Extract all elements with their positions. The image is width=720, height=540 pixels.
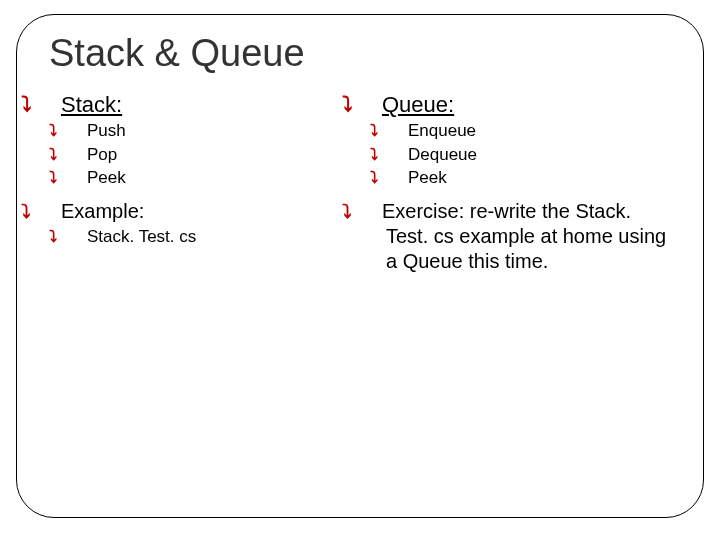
bullet-icon: ⤵ <box>69 226 87 246</box>
bullet-icon: ⤵ <box>390 167 408 187</box>
list-item: ⤵Pop <box>69 144 354 165</box>
heading-text: Queue: <box>382 92 454 117</box>
bullet-icon: ⤵ <box>43 92 61 118</box>
example-heading: ⤵Example: <box>43 199 354 224</box>
heading-text: Example: <box>61 200 144 222</box>
heading-text: Stack: <box>61 92 122 117</box>
bullet-icon: ⤵ <box>69 167 87 187</box>
item-text: Exercise: re-write the Stack. Test. cs e… <box>382 200 666 272</box>
item-text: Enqueue <box>408 121 476 140</box>
item-text: Dequeue <box>408 145 477 164</box>
slide: Stack & Queue ⤵Stack: ⤵Push ⤵Pop ⤵Peek <box>0 0 720 540</box>
slide-title: Stack & Queue <box>49 33 677 75</box>
right-column: ⤵Queue: ⤵Enqueue ⤵Dequeue ⤵Peek ⤵Exercis… <box>360 87 677 276</box>
item-text: Pop <box>87 145 117 164</box>
bullet-icon: ⤵ <box>390 144 408 164</box>
list-item: ⤵Push <box>69 120 354 141</box>
item-text: Peek <box>87 168 126 187</box>
spacer <box>43 189 354 195</box>
slide-frame: Stack & Queue ⤵Stack: ⤵Push ⤵Pop ⤵Peek <box>16 14 704 518</box>
bullet-icon: ⤵ <box>43 200 61 224</box>
content-columns: ⤵Stack: ⤵Push ⤵Pop ⤵Peek ⤵Example: ⤵Stac… <box>43 87 677 276</box>
bullet-icon: ⤵ <box>390 120 408 140</box>
list-item: ⤵Dequeue <box>390 144 671 165</box>
bullet-icon: ⤵ <box>364 200 382 224</box>
item-text: Push <box>87 121 126 140</box>
bullet-icon: ⤵ <box>69 144 87 164</box>
list-item: ⤵Enqueue <box>390 120 671 141</box>
list-item: ⤵Peek <box>390 167 671 188</box>
list-item: ⤵Stack. Test. cs <box>69 226 354 247</box>
spacer <box>364 189 671 195</box>
stack-heading: ⤵Stack: <box>43 91 354 119</box>
left-column: ⤵Stack: ⤵Push ⤵Pop ⤵Peek ⤵Example: ⤵Stac… <box>43 87 360 276</box>
queue-heading: ⤵Queue: <box>364 91 671 119</box>
item-text: Peek <box>408 168 447 187</box>
bullet-icon: ⤵ <box>69 120 87 140</box>
item-text: Stack. Test. cs <box>87 227 196 246</box>
list-item: ⤵Peek <box>69 167 354 188</box>
exercise-text: ⤵Exercise: re-write the Stack. Test. cs … <box>364 199 671 274</box>
bullet-icon: ⤵ <box>364 92 382 118</box>
